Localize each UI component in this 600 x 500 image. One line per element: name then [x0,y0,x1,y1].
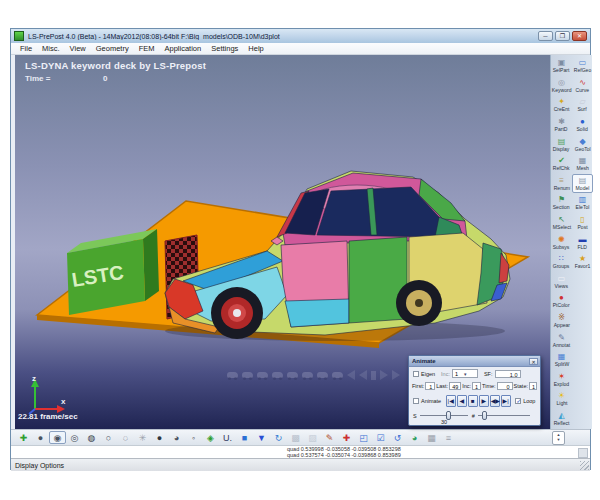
sidebar-geotol-button[interactable]: ◆ GeoTol [572,134,593,154]
frame-slider[interactable] [478,411,530,420]
ghost-frame-thumbnail [317,372,328,378]
inactive-tool-2-icon[interactable]: ▨ [304,431,321,444]
smooth-shade-icon[interactable]: ● [32,431,49,444]
menu-geometry[interactable]: Geometry [91,44,134,53]
sidebar-annotat-button[interactable]: ✎ Annotat [551,330,572,350]
orientation-compass-icon[interactable]: ◈ [202,431,219,444]
frame-slider-handle[interactable] [482,411,487,420]
menu-fem[interactable]: FEM [134,44,160,53]
sidebar-groups-button[interactable]: ∷ Groups [551,252,572,272]
screenshot-icon[interactable]: ▦ [423,431,440,444]
dialog-time-field[interactable]: 0 [497,382,513,390]
list-icon[interactable]: ≡ [440,431,457,444]
menu-misc[interactable]: Misc. [37,44,65,53]
sidebar-selpart-button[interactable]: ▣ SelPart [551,56,572,76]
play-button[interactable]: ▶ [479,395,489,407]
state-history-icon[interactable]: ↺ [389,431,406,444]
maximize-button[interactable]: ❐ [555,31,570,41]
view-refresh-icon[interactable]: ↻ [270,431,287,444]
state-field[interactable]: 1 [529,382,537,390]
sidebar-splitw-button[interactable]: ▦ SplitW [551,350,572,370]
sidebar-refchk-button[interactable]: ✔ RefChk [551,154,572,174]
sidebar-button-icon: ✎ [558,333,565,342]
sidebar-curve-button[interactable]: ∿ Curve [572,76,593,96]
loop-checkbox[interactable] [515,398,521,404]
wireframe-icon[interactable]: ◎ [66,431,83,444]
minimize-button[interactable]: ─ [538,31,553,41]
hidden-line-icon[interactable]: ◍ [83,431,100,444]
bottom-toolbar: ✚ ● ◉ ◎ ◍ ○ ◌ ✳ ● ◕ ◦ ◈ U. ■ ▼ ↻ [11,429,590,445]
sidebar-refgeo-button[interactable]: ▭ RefGeo [572,56,593,76]
sidebar-ptcolor-button[interactable]: ● PtColor [551,291,572,311]
sidebar-reflect-button[interactable]: ◭ Reflect [551,409,572,429]
menu-settings[interactable]: Settings [206,44,243,53]
sidebar-renum-button[interactable]: ≡ Renum [551,174,572,194]
animate-dialog[interactable]: Animate ✕ Eigen Inc: 1 SF: 1.0 First: 1 … [408,355,541,426]
sidebar-light-button[interactable]: ☀ Light [551,389,572,409]
close-button[interactable]: ✕ [572,31,587,41]
first-field[interactable]: 1 [425,382,435,390]
last-frame-button[interactable]: ▶| [501,395,511,407]
units-icon[interactable]: U. [219,431,236,444]
inactive-tool-icon[interactable]: ▩ [287,431,304,444]
check-edit-icon[interactable]: ☑ [372,431,389,444]
sidebar-views-button[interactable]: ▭ Views [551,272,572,292]
sidebar-eletol-button[interactable]: ▥ EleTol [572,193,593,213]
sf-field[interactable]: 1.0 [495,370,521,378]
inc-field[interactable]: 1 [472,382,481,390]
resize-grip[interactable] [580,461,589,470]
title-bar[interactable]: LS-PrePost 4.0 (Beta) - 14May2012(08:08)… [11,29,590,44]
sidebar-model-button[interactable]: ▤ Model [572,174,593,194]
sidebar-partd-button[interactable]: ✱ PartD [551,115,572,135]
ghost-prev-icon [359,370,367,380]
node-display-icon[interactable]: ◦ [185,431,202,444]
model-axes-icon[interactable]: ✚ [15,431,32,444]
state-spinner[interactable]: ▲▼ [552,431,565,445]
rear-wheel[interactable] [396,280,442,326]
active-window-icon[interactable]: ■ [236,431,253,444]
inc-dropdown[interactable]: 1 [452,369,478,378]
sidebar-section-button[interactable]: ⚑ Section [551,193,572,213]
animate-checkbox[interactable] [413,398,419,404]
sidebar-post-button[interactable]: ▯ Post [572,213,593,233]
menu-view[interactable]: View [65,44,91,53]
sidebar-solid-button[interactable]: ● Solid [572,115,593,135]
render-globe-icon[interactable]: ◕ [406,431,423,444]
shrink-element-icon[interactable]: ● [151,431,168,444]
sidebar-explod-button[interactable]: ✶ Explod [551,370,572,390]
bounce-button[interactable]: ◀▶ [490,395,500,407]
shaded-edge-icon[interactable]: ◉ [49,431,66,444]
menu-application[interactable]: Application [160,44,207,53]
animate-dialog-close-icon[interactable]: ✕ [529,358,538,365]
sidebar-appear-button[interactable]: ※ Appear [551,311,572,331]
mesh-lines-icon[interactable]: ◌ [117,431,134,444]
part-filter-icon[interactable]: ▼ [253,431,270,444]
sidebar-favor1-button[interactable]: ★ Favor1 [572,252,593,272]
sidebar-button-icon: ◭ [558,411,564,420]
front-door-lower[interactable] [285,299,349,327]
last-field[interactable]: 49 [449,382,461,390]
front-wheel[interactable] [211,287,263,339]
sidebar-subsys-button[interactable]: ✺ Subsys [551,232,572,252]
thick-shell-icon[interactable]: ◕ [168,431,185,444]
sidebar-mesh-button[interactable]: ▦ Mesh [572,154,593,174]
sidebar-keyword-button[interactable]: ◎ Keyword [551,76,572,96]
annotate-pencil-icon[interactable]: ✎ [321,431,338,444]
sidebar-surf-button[interactable]: ▱ Surf [572,95,593,115]
menu-help[interactable]: Help [243,44,268,53]
menu-file[interactable]: File [15,44,37,53]
sidebar-mselect-button[interactable]: ↖ MSelect [551,213,572,233]
prev-frame-button[interactable]: ◀ [457,395,467,407]
zoom-select-icon[interactable]: ◰ [355,431,372,444]
sidebar-display-button[interactable]: ▤ Display [551,134,572,154]
sidebar-button-icon: ▬ [579,235,587,244]
first-frame-button[interactable]: |◀ [446,395,456,407]
eigen-checkbox[interactable] [413,371,419,377]
sidebar-fld-button[interactable]: ▬ FLD [572,232,593,252]
feature-edge-icon[interactable]: ○ [100,431,117,444]
animate-dialog-titlebar[interactable]: Animate ✕ [409,356,540,367]
add-view-icon[interactable]: ✚ [338,431,355,444]
stop-button[interactable]: ■ [468,395,478,407]
sidebar-creent-button[interactable]: ✦ CreEnt [551,95,572,115]
normals-icon[interactable]: ✳ [134,431,151,444]
